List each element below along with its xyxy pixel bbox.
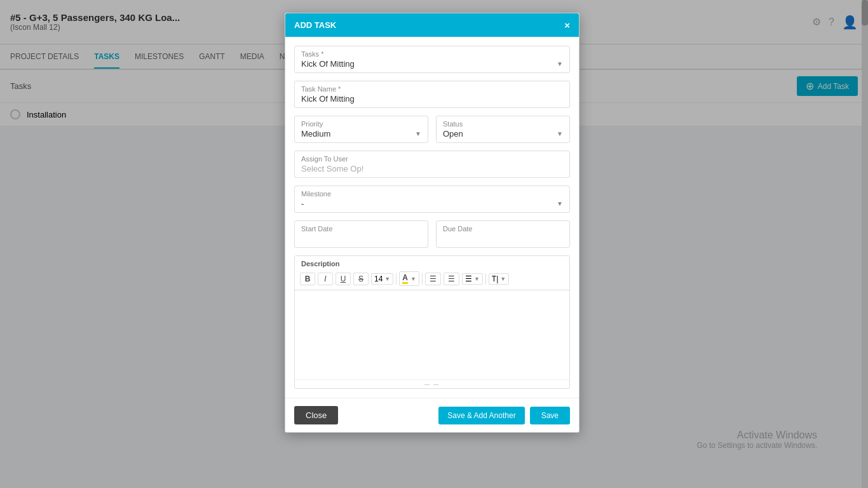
assign-label: Assign To User: [301, 155, 563, 163]
status-field-group: Status Open ▼: [436, 116, 570, 143]
task-name-field-group: Task Name *: [294, 81, 570, 108]
strikethrough-button[interactable]: S: [353, 273, 369, 285]
priority-field-box: Priority Medium ▼: [294, 116, 428, 143]
tasks-field-group: Tasks * Kick Of Mitting ▼: [294, 46, 570, 73]
tasks-field-box: Tasks * Kick Of Mitting ▼: [294, 46, 570, 73]
format-selector[interactable]: T| ▼: [489, 273, 509, 285]
task-name-input[interactable]: [301, 94, 563, 104]
toolbar-separator-1: [396, 273, 397, 285]
add-task-modal: ADD TASK × Tasks * Kick Of Mitting ▼ Tas…: [285, 13, 580, 433]
status-field-box: Status Open ▼: [436, 116, 570, 143]
due-date-input[interactable]: [443, 234, 563, 243]
assign-field-group: Assign To User Select Some Op!: [294, 151, 570, 178]
milestone-field-box: Milestone - ▼: [294, 186, 570, 213]
priority-label: Priority: [301, 120, 421, 128]
milestone-label: Milestone: [301, 190, 563, 198]
modal-header: ADD TASK ×: [285, 13, 579, 37]
modal-title: ADD TASK: [294, 20, 336, 30]
font-size-selector[interactable]: 14 ▼: [371, 273, 393, 285]
tasks-dropdown-icon[interactable]: ▼: [557, 60, 563, 67]
assign-placeholder[interactable]: Select Some Op!: [301, 164, 363, 173]
status-dropdown-icon[interactable]: ▼: [557, 130, 563, 137]
task-name-label: Task Name *: [301, 85, 563, 93]
task-name-field-box: Task Name *: [294, 81, 570, 108]
modal-close-button[interactable]: ×: [564, 20, 570, 30]
modal-body: Tasks * Kick Of Mitting ▼ Task Name * Pr…: [285, 37, 579, 398]
tasks-field-value: Kick Of Mitting: [301, 59, 355, 69]
font-size-arrow: ▼: [384, 276, 390, 282]
due-date-box: Due Date: [436, 220, 570, 248]
italic-button[interactable]: I: [318, 273, 333, 285]
description-editor[interactable]: [295, 290, 569, 379]
due-date-group: Due Date: [436, 220, 570, 248]
footer-actions: Save & Add Another Save: [438, 407, 570, 424]
priority-dropdown-icon[interactable]: ▼: [415, 130, 421, 137]
description-toolbar: B I U S 14 ▼ A ▼ ☰ ☰ ☰ ▼: [295, 268, 569, 290]
ordered-list-button[interactable]: ☰: [444, 273, 459, 285]
dates-row: Start Date Due Date: [294, 220, 570, 255]
start-date-label: Start Date: [301, 225, 421, 233]
milestone-field-group: Milestone - ▼: [294, 186, 570, 213]
start-date-group: Start Date: [294, 220, 428, 248]
save-add-another-button[interactable]: Save & Add Another: [438, 407, 524, 424]
underline-button[interactable]: U: [336, 273, 351, 285]
description-label: Description: [301, 260, 340, 268]
priority-field-group: Priority Medium ▼: [294, 116, 428, 143]
status-value: Open: [443, 129, 463, 139]
resize-handle[interactable]: — —: [295, 379, 569, 388]
milestone-dropdown-icon[interactable]: ▼: [557, 200, 563, 207]
priority-value: Medium: [301, 129, 330, 139]
toolbar-separator-2: [422, 273, 423, 285]
align-selector[interactable]: ☰ ▼: [462, 273, 483, 285]
bold-button[interactable]: B: [300, 273, 315, 285]
start-date-box: Start Date: [294, 220, 428, 248]
close-modal-button[interactable]: Close: [294, 406, 338, 424]
save-button[interactable]: Save: [530, 407, 570, 424]
start-date-input[interactable]: [301, 234, 421, 243]
toolbar-separator-3: [485, 273, 486, 285]
text-color-button[interactable]: A ▼: [399, 271, 419, 286]
unordered-list-button[interactable]: ☰: [425, 273, 441, 285]
milestone-value: -: [301, 199, 304, 208]
assign-field-box: Assign To User Select Some Op!: [294, 151, 570, 178]
tasks-field-label: Tasks *: [301, 50, 563, 58]
description-box: Description B I U S 14 ▼ A ▼ ☰ ☰: [294, 255, 570, 389]
status-label: Status: [443, 120, 563, 128]
modal-footer: Close Save & Add Another Save: [285, 398, 579, 432]
due-date-label: Due Date: [443, 225, 563, 233]
priority-status-row: Priority Medium ▼ Status Open ▼: [294, 116, 570, 151]
